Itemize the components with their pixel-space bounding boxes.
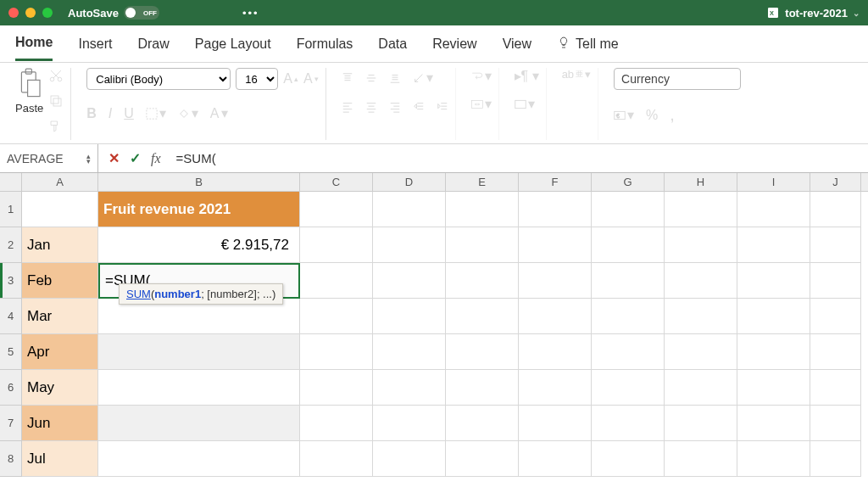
cell-b6[interactable] <box>98 370 300 406</box>
increase-indent-icon[interactable] <box>437 101 448 113</box>
orientation-icon[interactable]: ▾ <box>413 70 433 86</box>
number-format-select[interactable] <box>614 68 741 90</box>
minimize-window-button[interactable] <box>25 8 36 18</box>
tab-review[interactable]: Review <box>432 28 476 60</box>
align-middle-icon[interactable] <box>365 70 377 86</box>
row-header-4[interactable]: 4 <box>0 299 22 334</box>
col-header-a[interactable]: A <box>22 173 98 191</box>
col-header-e[interactable]: E <box>446 173 519 191</box>
tab-view[interactable]: View <box>503 28 531 60</box>
row-header-6[interactable]: 6 <box>0 370 22 406</box>
tab-insert[interactable]: Insert <box>78 28 112 60</box>
row-header-8[interactable]: 8 <box>0 441 22 477</box>
decrease-indent-icon[interactable] <box>413 101 425 113</box>
font-size-select[interactable]: 16 <box>236 68 278 90</box>
ltr-icon[interactable]: ▸¶ ▾ <box>515 68 539 84</box>
namebox-stepper-icon[interactable]: ▴▾ <box>86 154 91 164</box>
underline-button[interactable]: U <box>124 105 134 121</box>
bold-button[interactable]: B <box>86 105 97 121</box>
tooltip-arg1: number1 <box>154 288 201 300</box>
row-header-7[interactable]: 7 <box>0 406 22 441</box>
cell-c1[interactable] <box>300 192 373 227</box>
format-painter-icon[interactable] <box>48 119 64 137</box>
svg-rect-9 <box>147 108 157 118</box>
cell-b8[interactable] <box>98 441 300 477</box>
cell-b7[interactable] <box>98 406 300 441</box>
fx-icon[interactable]: fx <box>151 151 161 166</box>
col-header-f[interactable]: F <box>519 173 592 191</box>
font-name-select[interactable]: Calibri (Body) <box>86 68 231 90</box>
decrease-font-icon[interactable]: A▾ <box>303 71 319 87</box>
formula-input[interactable] <box>171 144 868 172</box>
row-header-2[interactable]: 2 <box>0 227 22 263</box>
title-bar: AutoSave OFF ••• X tot-rev-2021 ⌄ <box>0 0 868 25</box>
col-header-c[interactable]: C <box>300 173 373 191</box>
accounting-format-icon[interactable]: €▾ <box>614 105 634 125</box>
row-header-5[interactable]: 5 <box>0 334 22 370</box>
cell-b1[interactable]: Fruit revenue 2021 <box>98 192 300 227</box>
cut-icon[interactable] <box>48 68 64 87</box>
svg-rect-4 <box>27 80 39 96</box>
name-box[interactable]: AVERAGE ▴▾ <box>0 144 98 172</box>
formula-tooltip[interactable]: SUM(number1; [number2]; ...) <box>119 283 283 305</box>
cell-b2[interactable]: € 2.915,72 <box>98 227 300 263</box>
col-header-j[interactable]: J <box>810 173 861 191</box>
col-header-b[interactable]: B <box>98 173 300 191</box>
tab-formulas[interactable]: Formulas <box>297 28 353 60</box>
cancel-formula-icon[interactable]: ✕ <box>108 150 120 166</box>
confirm-formula-icon[interactable]: ✓ <box>130 150 141 166</box>
align-right-icon[interactable] <box>389 101 401 113</box>
borders-button[interactable]: ▾ <box>146 105 166 121</box>
paste-button[interactable]: Paste <box>15 68 43 115</box>
increase-font-icon[interactable]: A▴ <box>283 71 298 87</box>
tab-page-layout[interactable]: Page Layout <box>195 28 271 60</box>
cell-a7[interactable]: Jun <box>22 406 98 441</box>
align-top-icon[interactable] <box>342 70 353 86</box>
cell-a2[interactable]: Jan <box>22 227 98 263</box>
chevron-down-icon[interactable]: ⌄ <box>853 8 860 18</box>
text-direction-group: ▸¶ ▾ ▾ <box>508 68 547 140</box>
select-all-corner[interactable] <box>0 173 22 191</box>
tab-draw[interactable]: Draw <box>137 28 169 60</box>
tab-data[interactable]: Data <box>378 28 407 60</box>
wrap-text-icon[interactable]: ▾ <box>471 68 492 84</box>
row-header-3[interactable]: 3 <box>0 263 22 299</box>
percent-format-icon[interactable]: % <box>646 105 658 125</box>
autosave-toggle[interactable]: AutoSave OFF <box>68 6 159 20</box>
fill-color-button[interactable]: ▾ <box>178 105 198 121</box>
col-header-h[interactable]: H <box>665 173 737 191</box>
file-name[interactable]: X tot-rev-2021 ⌄ <box>766 6 860 20</box>
fullscreen-window-button[interactable] <box>42 8 53 18</box>
align-left-icon[interactable] <box>342 101 353 113</box>
svg-rect-11 <box>515 100 525 108</box>
tooltip-fn-link[interactable]: SUM <box>126 288 151 300</box>
copy-icon[interactable] <box>48 93 64 112</box>
col-header-d[interactable]: D <box>373 173 446 191</box>
svg-text:X: X <box>770 9 774 17</box>
close-window-button[interactable] <box>8 8 19 18</box>
cell-a3[interactable]: Feb <box>22 263 98 299</box>
cell-a1[interactable] <box>22 192 98 227</box>
align-center-icon[interactable] <box>365 101 377 113</box>
window-controls <box>8 8 53 18</box>
cell-a6[interactable]: May <box>22 370 98 406</box>
phonetic-guide-icon[interactable]: ab亜 ▾ <box>562 68 591 81</box>
col-header-i[interactable]: I <box>737 173 810 191</box>
tell-me[interactable]: Tell me <box>557 27 619 61</box>
col-header-g[interactable]: G <box>592 173 665 191</box>
quick-access-toolbar: ••• <box>175 7 259 20</box>
more-icon[interactable]: ••• <box>242 7 259 20</box>
merge-cells-icon[interactable]: ▾ <box>471 96 492 112</box>
cell-a5[interactable]: Apr <box>22 334 98 370</box>
comma-format-icon[interactable]: , <box>670 105 675 125</box>
cell-b5[interactable] <box>98 334 300 370</box>
align-bottom-icon[interactable] <box>389 70 401 86</box>
font-color-button[interactable]: A ▾ <box>210 105 228 121</box>
tab-home[interactable]: Home <box>15 26 53 61</box>
italic-button[interactable]: I <box>108 105 112 121</box>
row-header-1[interactable]: 1 <box>0 192 22 227</box>
rtl-icon[interactable]: ▾ <box>515 96 535 112</box>
cell-a4[interactable]: Mar <box>22 299 98 334</box>
toggle-switch[interactable]: OFF <box>124 6 159 20</box>
cell-a8[interactable]: Jul <box>22 441 98 477</box>
